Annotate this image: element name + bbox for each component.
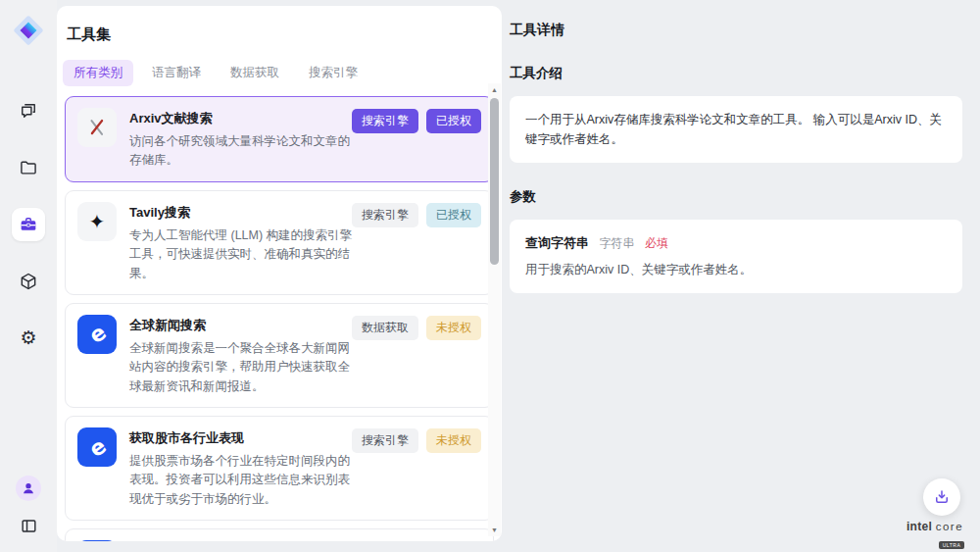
intro-heading: 工具介绍 [510,65,962,82]
auth-badge[interactable]: 已授权 [426,203,481,227]
person-icon [21,480,36,496]
category-badge[interactable]: 搜索引擎 [352,203,418,227]
tool-name: 获取股市各行业表现 [129,429,354,447]
panel-toggle-icon [20,517,38,535]
news-e-icon: e [77,540,117,541]
sidebar-item-folder[interactable] [12,151,45,184]
tab-3[interactable]: 搜索引擎 [298,60,368,86]
panel-toggle-button[interactable] [16,513,41,538]
tab-0[interactable]: 所有类别 [63,60,133,86]
ultra-badge: ULTRA [939,541,965,549]
user-avatar[interactable] [16,476,41,501]
news-e-icon: e [77,427,117,467]
scrollbar-thumb[interactable] [490,98,499,265]
tool-name: Arxiv文献搜索 [129,110,354,127]
core-brand-text: core [936,521,963,532]
arxiv-icon [77,108,117,147]
params-heading: 参数 [510,188,962,206]
toolbox-icon [19,215,38,234]
star-icon: ✦ [77,202,117,241]
param-name: 查询字符串 [525,235,589,250]
category-badge[interactable]: 搜索引擎 [352,109,418,133]
sidebar-item-chat[interactable] [12,94,45,127]
tool-detail-pane: 工具详情 工具介绍 一个用于从Arxiv存储库搜索科学论文和文章的工具。 输入可… [502,6,980,541]
tool-cards: Arxiv文献搜索访问各个研究领域大量科学论文和文章的存储库。搜索引擎已授权✦T… [65,96,494,541]
intel-brand-text: intel [906,520,932,533]
intro-text: 一个用于从Arxiv存储库搜索科学论文和文章的工具。 输入可以是Arxiv ID… [525,110,947,149]
left-rail: ⚙ [0,0,57,552]
page-title: 工具集 [67,25,502,44]
tool-card-3[interactable]: e获取股市各行业表现提供股票市场各个行业在特定时间段内的表现。投资者可以利用这些… [65,416,494,521]
tab-1[interactable]: 语言翻译 [141,60,212,86]
download-icon [933,488,951,506]
category-tabs: 所有类别语言翻译数据获取搜索引擎 [63,60,502,86]
param-type: 字符串 [599,236,634,250]
list-scrollbar[interactable]: ▲ ▼ [488,83,501,536]
tool-desc: 全球新闻搜索是一个聚合全球各大新闻网站内容的搜索引擎，帮助用户快速获取全球最新资… [129,339,354,396]
auth-badge[interactable]: 未授权 [426,316,481,340]
param-required-flag: 必填 [645,236,668,250]
auth-badge[interactable]: 已授权 [426,109,481,133]
tool-card-1[interactable]: ✦Tavily搜索专为人工智能代理 (LLM) 构建的搜索引擎工具，可快速提供实… [65,190,494,295]
detail-title: 工具详情 [510,22,962,39]
tool-card-4[interactable]: e获取市场最活跃股票信息提供当天交易量最高的股票列表，投资者可以利用这些信息来识… [65,528,494,541]
category-badge[interactable]: 搜索引擎 [352,428,418,453]
tool-desc: 提供股票市场各个行业在特定时间段内的表现。投资者可以利用这些信息来识别表现优于或… [129,452,354,509]
scroll-up-arrow[interactable]: ▲ [488,83,501,96]
chat-icon [19,101,38,121]
intel-core-logo: intel core ULTRA [900,520,970,551]
tool-desc: 访问各个研究领域大量科学论文和文章的存储库。 [129,132,354,171]
news-e-icon: e [77,315,117,354]
scroll-down-arrow[interactable]: ▼ [488,524,501,536]
intro-box: 一个用于从Arxiv存储库搜索科学论文和文章的工具。 输入可以是Arxiv ID… [510,96,962,163]
cube-icon [19,272,38,291]
category-badge[interactable]: 数据获取 [352,316,418,340]
param-desc: 用于搜索的Arxiv ID、关键字或作者姓名。 [525,261,947,279]
sidebar-item-toolbox[interactable] [12,208,45,241]
download-button[interactable] [923,478,960,516]
tool-list-panel: 工具集 所有类别语言翻译数据获取搜索引擎 Arxiv文献搜索访问各个研究领域大量… [57,6,502,541]
auth-badge[interactable]: 未授权 [426,428,481,453]
param-box: 查询字符串 字符串 必填 用于搜索的Arxiv ID、关键字或作者姓名。 [510,220,962,293]
tool-card-2[interactable]: e全球新闻搜索全球新闻搜索是一个聚合全球各大新闻网站内容的搜索引擎，帮助用户快速… [65,303,494,408]
tab-2[interactable]: 数据获取 [220,60,290,86]
sidebar-item-gear[interactable]: ⚙ [12,322,45,355]
sidebar-item-cube[interactable] [12,265,45,298]
gear-icon: ⚙ [20,328,36,348]
tool-desc: 专为人工智能代理 (LLM) 构建的搜索引擎工具，可快速提供实时、准确和真实的结… [129,226,354,283]
tool-name: Tavily搜索 [129,204,354,222]
folder-icon [19,158,38,177]
app-logo[interactable] [12,14,45,47]
tool-name: 全球新闻搜索 [129,317,354,334]
tool-card-0[interactable]: Arxiv文献搜索访问各个研究领域大量科学论文和文章的存储库。搜索引擎已授权 [65,96,494,182]
